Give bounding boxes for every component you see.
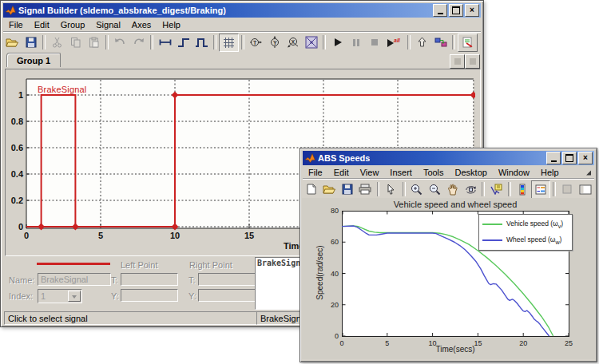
step-signal-icon[interactable] [174, 34, 192, 51]
x-tick-label: 5 [89, 231, 113, 240]
hide-plot-tools-icon[interactable] [558, 181, 576, 198]
export-signal-icon[interactable] [458, 34, 478, 52]
desktop: Signal Builder (sldemo_absbrake_digest/B… [0, 0, 599, 364]
legend-entry-wheel-speed: Wheel speed (ωw) [482, 234, 569, 247]
signal-builder-toolbar: T Y X all [3, 32, 481, 52]
plot-title: Vehicle speed and wheel speed [359, 200, 551, 209]
open-icon[interactable] [3, 34, 22, 51]
menu-signal[interactable]: Signal [90, 18, 126, 31]
maximize-icon[interactable] [449, 4, 463, 17]
rotate-3d-icon[interactable] [462, 181, 479, 198]
plot-legend[interactable]: Vehicle speed (ωv) Wheel speed (ωw) [478, 214, 573, 251]
menu-axes[interactable]: Axes [126, 18, 157, 31]
x-tick-label: 10 [163, 231, 187, 240]
signal-builder-menubar: File Edit Group Signal Axes Help [3, 18, 481, 32]
insert-legend-icon[interactable] [531, 180, 550, 199]
abs-speeds-toolbar [303, 179, 594, 199]
new-figure-icon[interactable] [303, 181, 320, 198]
chevron-down-icon[interactable] [68, 291, 81, 302]
insert-colorbar-icon[interactable] [514, 181, 531, 198]
cut-icon[interactable] [48, 34, 66, 51]
svg-text:all: all [394, 38, 401, 43]
left-y-field[interactable] [121, 289, 178, 302]
pause-simulation-icon[interactable] [347, 34, 365, 51]
abs-speeds-titlebar[interactable]: ABS Speeds × [303, 151, 594, 165]
vehicle-speed-line-sample [482, 224, 502, 225]
y-tick-label: 0.4 [5, 169, 23, 179]
start-simulation-icon[interactable] [328, 34, 347, 51]
save-icon[interactable] [339, 181, 356, 198]
redo-icon[interactable] [129, 34, 148, 51]
pan-hand-icon[interactable] [444, 181, 462, 198]
wheel-speed-line-sample [482, 239, 502, 241]
status-message: Click to select signal [4, 311, 261, 325]
stop-simulation-icon[interactable] [365, 34, 383, 51]
copy-icon[interactable] [66, 34, 85, 51]
open-icon[interactable] [320, 181, 338, 198]
undo-icon[interactable] [111, 34, 129, 51]
signal-builder-titlebar[interactable]: Signal Builder (sldemo_absbrake_digest/B… [3, 3, 481, 18]
right-y-field[interactable] [198, 289, 256, 302]
menu-file[interactable]: File [3, 18, 29, 31]
x-axis-label: Time(secs) [407, 345, 503, 354]
tab-group-1[interactable]: Group 1 [6, 53, 61, 67]
maximize-icon[interactable] [562, 152, 577, 164]
menu-desktop[interactable]: Desktop [450, 166, 493, 179]
y-tick-label: 0 [321, 332, 339, 340]
right-y-label: Y: [188, 291, 196, 301]
snap-grid-icon[interactable] [219, 34, 239, 52]
print-icon[interactable] [356, 181, 374, 198]
x-tick-label: 0 [332, 339, 351, 347]
tab-scroll-right-icon[interactable] [465, 54, 480, 69]
x-tick-label: 20 [514, 339, 533, 347]
close-icon[interactable]: × [465, 4, 479, 17]
menu-window[interactable]: Window [493, 166, 535, 179]
constant-line-icon[interactable] [156, 34, 174, 51]
zoom-out-icon[interactable] [426, 181, 443, 198]
window-title: ABS Speeds [318, 153, 370, 163]
menu-edit[interactable]: Edit [29, 18, 55, 31]
paste-icon[interactable] [85, 34, 103, 51]
edit-plot-icon[interactable] [382, 181, 399, 198]
y-tick-label: 1 [5, 90, 23, 100]
pulse-signal-icon[interactable] [192, 34, 211, 51]
menu-tools[interactable]: Tools [418, 166, 450, 179]
run-all-icon[interactable]: all [383, 34, 405, 51]
zoom-in-icon[interactable] [408, 181, 426, 198]
menu-insert[interactable]: Insert [384, 166, 418, 179]
menu-view[interactable]: View [355, 166, 385, 179]
matlab-app-icon [5, 5, 16, 16]
data-cursor-icon[interactable] [487, 181, 505, 198]
window-title: Signal Builder (sldemo_absbrake_digest/B… [18, 6, 226, 15]
simulink-model-icon[interactable] [431, 34, 450, 51]
zoom-time-icon[interactable]: T [247, 34, 265, 51]
show-plot-tools-icon[interactable] [577, 181, 594, 198]
minimize-icon[interactable] [546, 152, 561, 164]
close-icon[interactable]: × [578, 152, 593, 164]
minimize-icon[interactable] [433, 4, 447, 17]
name-field[interactable]: BrakeSignal [38, 273, 111, 286]
left-point-label: Left Point [121, 260, 157, 270]
x-tick-label: 25 [559, 339, 578, 347]
menu-help[interactable]: Help [157, 18, 186, 31]
svg-text:X: X [291, 39, 295, 45]
y-tick-label: 0 [5, 222, 23, 231]
zoom-y-icon[interactable]: Y [265, 34, 284, 51]
menu-edit[interactable]: Edit [328, 166, 355, 179]
matlab-figure-icon [304, 152, 315, 164]
fit-to-view-icon[interactable] [302, 34, 320, 51]
abs-speeds-menubar: File Edit View Insert Tools Desktop Wind… [303, 165, 594, 180]
up-to-parent-icon[interactable] [413, 34, 431, 51]
index-dropdown[interactable]: 1 [38, 289, 82, 303]
menu-file[interactable]: File [303, 166, 328, 179]
right-t-field[interactable] [198, 273, 256, 286]
y-tick-label: 0.6 [5, 143, 23, 152]
menu-overflow-icon[interactable] [585, 170, 591, 176]
menu-help[interactable]: Help [535, 166, 565, 179]
tab-scroll-left-icon[interactable] [450, 54, 465, 69]
zoom-xy-icon[interactable]: X [284, 34, 302, 51]
signal-label-annotation[interactable]: BrakeSignal [38, 85, 87, 94]
menu-group[interactable]: Group [55, 18, 91, 31]
left-t-field[interactable] [121, 273, 178, 286]
save-icon[interactable] [22, 34, 40, 51]
